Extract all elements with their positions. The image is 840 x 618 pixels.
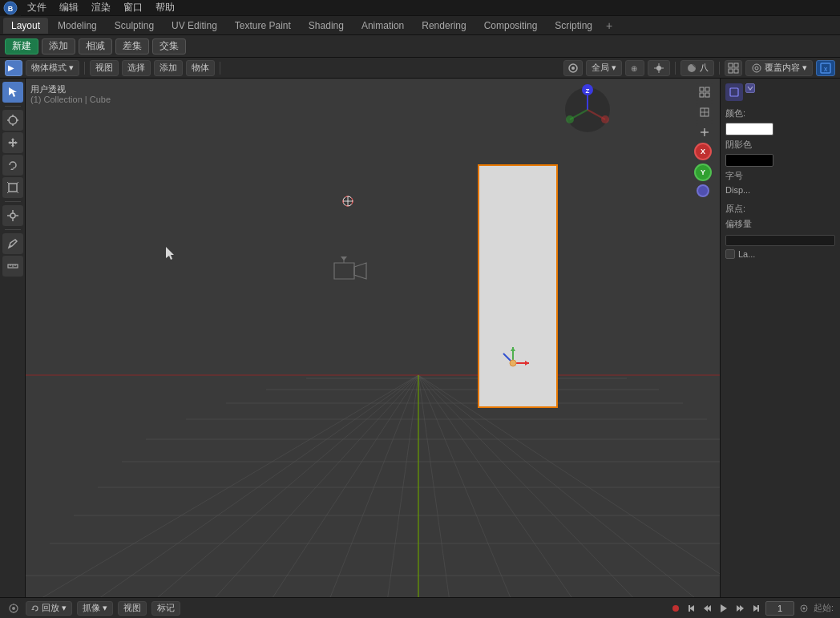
view-btn[interactable]: 视图	[118, 601, 147, 616]
shadow-color-row: 阴影色	[725, 139, 835, 151]
svg-rect-91	[700, 87, 704, 91]
menu-render[interactable]: 渲染	[85, 0, 117, 15]
color-swatch[interactable]	[725, 123, 773, 135]
tab-compositing[interactable]: Compositing	[476, 18, 546, 34]
pan-view-btn[interactable]	[696, 123, 713, 141]
play-btn[interactable]	[717, 602, 730, 615]
object-mode-dropdown[interactable]: 物体模式 ▾	[26, 60, 79, 76]
grid-btn[interactable]	[725, 60, 742, 76]
menu-window[interactable]: 窗口	[117, 0, 149, 15]
blender-logo[interactable]: B	[0, 0, 21, 16]
capture-btn[interactable]: 抓像 ▾	[77, 601, 113, 616]
tab-sculpting[interactable]: Sculpting	[107, 18, 162, 34]
sep3	[675, 62, 676, 75]
select-tool[interactable]	[2, 82, 23, 103]
svg-point-117	[802, 607, 805, 609]
move-tool[interactable]	[2, 132, 23, 153]
svg-point-102	[12, 607, 15, 610]
navigation-gizmo[interactable]: Z	[561, 83, 614, 136]
tab-rendering[interactable]: Rendering	[414, 18, 474, 34]
undo-btn[interactable]: 回放 ▾	[26, 601, 72, 616]
z-constraint-dot[interactable]	[697, 184, 709, 197]
tab-texture-paint[interactable]: Texture Paint	[227, 18, 299, 34]
pivot-dropdown[interactable]	[648, 60, 670, 76]
capture-label: 抓像	[83, 602, 100, 614]
svg-rect-9	[729, 63, 733, 67]
transform-tool[interactable]	[2, 205, 23, 226]
markers-label: 标记	[157, 602, 175, 614]
offset-label: 偏移量	[725, 218, 752, 230]
svg-point-98	[704, 131, 706, 134]
menu-file[interactable]: 文件	[21, 0, 53, 15]
scale-tool[interactable]	[2, 177, 23, 198]
color-prop-row: 颜色:	[725, 107, 835, 119]
cursor-tool[interactable]	[2, 110, 23, 131]
tab-modeling[interactable]: Modeling	[50, 18, 105, 34]
start-label: 起始:	[814, 602, 834, 614]
frame-number-input[interactable]	[765, 601, 794, 616]
intersect-button[interactable]: 交集	[152, 38, 186, 55]
offset-value-field[interactable]	[725, 235, 835, 246]
prop-icon-1[interactable]	[725, 83, 743, 101]
difference-button[interactable]: 差集	[115, 38, 149, 55]
y-constraint-sphere[interactable]: Y	[694, 164, 712, 181]
front-view-btn[interactable]	[696, 103, 713, 121]
tab-uv-editing[interactable]: UV Editing	[164, 18, 225, 34]
viewport[interactable]: 用户透视 (1) Collection | Cube Z	[26, 79, 720, 597]
settings-icon[interactable]	[798, 602, 810, 615]
svg-point-88	[601, 115, 609, 123]
global-dropdown[interactable]: 全局 ▾	[586, 60, 622, 76]
display-label: Disp...	[725, 185, 750, 195]
sep2	[220, 62, 220, 75]
subtract-button[interactable]: 相减	[79, 38, 112, 55]
menu-help[interactable]: 帮助	[149, 0, 181, 15]
view-menu[interactable]: 视图	[90, 60, 119, 76]
transform-orientation[interactable]: ⊕	[625, 60, 644, 76]
new-button[interactable]: 新建	[5, 38, 38, 55]
svg-point-18	[9, 116, 17, 124]
bottom-bar: 回放 ▾ 抓像 ▾ 视图 标记	[0, 597, 840, 618]
tab-scripting[interactable]: Scripting	[547, 18, 600, 34]
select-menu[interactable]: 选择	[122, 60, 151, 76]
ruler-tool[interactable]	[2, 256, 23, 277]
markers-btn[interactable]: 标记	[151, 601, 180, 616]
svg-point-13	[753, 64, 761, 72]
annotate-tool[interactable]	[2, 233, 23, 254]
menu-edit[interactable]: 编辑	[53, 0, 85, 15]
color-label: 颜色:	[725, 107, 745, 119]
rotate-tool[interactable]	[2, 155, 23, 176]
add-workspace-tab-button[interactable]: +	[602, 18, 616, 33]
shading-dropdown[interactable]: 八	[680, 60, 714, 76]
rewind-btn[interactable]	[701, 602, 714, 615]
global-icon-btn[interactable]	[6, 601, 21, 616]
layer-checkbox[interactable]	[725, 249, 735, 259]
tab-layout[interactable]: Layout	[3, 18, 48, 34]
xray-btn[interactable]: X	[816, 60, 835, 76]
mode-icon-btn[interactable]: ▶	[5, 60, 22, 76]
snap-btn[interactable]	[563, 60, 583, 76]
shadow-color-swatch[interactable]	[725, 154, 773, 167]
sep1	[84, 62, 85, 75]
tab-shading[interactable]: Shading	[301, 18, 352, 34]
svg-text:B: B	[8, 5, 14, 13]
sphere-group: X Y	[694, 143, 712, 197]
svg-line-27	[17, 182, 18, 184]
object-menu[interactable]: 物体	[186, 60, 215, 76]
skip-end-btn[interactable]	[749, 602, 762, 615]
add-button[interactable]: 添加	[42, 38, 75, 55]
skip-start-btn[interactable]	[685, 602, 698, 615]
svg-rect-40	[26, 79, 720, 597]
record-btn[interactable]	[669, 602, 682, 615]
tab-animation[interactable]: Animation	[353, 18, 412, 34]
grid-view-btn[interactable]	[696, 83, 713, 101]
undo-label: 回放	[42, 602, 59, 614]
svg-point-90	[566, 115, 574, 123]
svg-marker-111	[721, 604, 727, 612]
add-menu[interactable]: 添加	[154, 60, 183, 76]
workspace-tabs: Layout Modeling Sculpting UV Editing Tex…	[0, 16, 840, 35]
mode-label: 物体模式	[31, 62, 67, 74]
x-constraint-sphere[interactable]: X	[694, 143, 712, 160]
fast-forward-btn[interactable]	[733, 602, 746, 615]
overlay-dropdown[interactable]: 覆盖内容 ▾	[745, 60, 813, 76]
panel-toggle-1[interactable]	[745, 83, 755, 93]
